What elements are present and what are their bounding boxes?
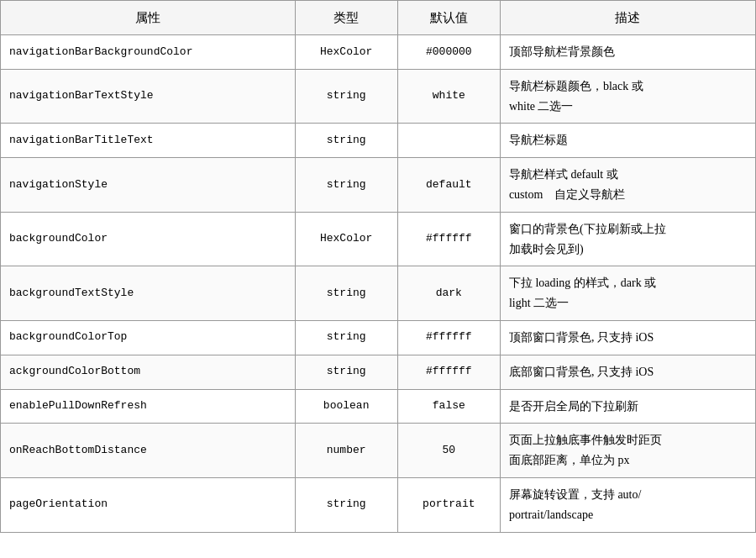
desc-cell: 屏幕旋转设置，支持 auto/portrait/landscape — [500, 477, 755, 532]
default-cell: #ffffff — [397, 320, 500, 355]
default-cell: dark — [397, 266, 500, 321]
attr-name-cell: navigationStyle — [1, 158, 296, 213]
attr-name-cell: navigationBarTitleText — [1, 124, 296, 158]
default-cell: 50 — [397, 424, 500, 478]
default-cell: #ffffff — [397, 212, 500, 266]
table-container: 属性 类型 默认值 描述 navigationBarBackgroundColo… — [0, 0, 756, 533]
type-cell: string — [295, 355, 397, 389]
attr-name-cell: backgroundColorTop — [1, 320, 296, 355]
default-cell: #ffffff — [397, 355, 500, 389]
type-cell: number — [295, 424, 397, 478]
table-row: navigationBarBackgroundColorHexColor#000… — [1, 35, 756, 70]
type-cell: string — [295, 69, 397, 124]
table-row: navigationBarTextStylestringwhite导航栏标题颜色… — [1, 69, 756, 124]
default-cell — [397, 124, 500, 158]
desc-cell: 页面上拉触底事件触发时距页面底部距离，单位为 px — [500, 424, 755, 478]
table-header-row: 属性 类型 默认值 描述 — [1, 1, 756, 35]
header-attr: 属性 — [1, 1, 296, 35]
table-row: backgroundColorTopstring#ffffff顶部窗口背景色, … — [1, 320, 756, 355]
type-cell: HexColor — [295, 212, 397, 266]
table-row: backgroundColorHexColor#ffffff窗口的背景色(下拉刷… — [1, 212, 756, 266]
attr-name-cell: backgroundColor — [1, 212, 296, 266]
type-cell: string — [295, 124, 397, 158]
desc-cell: 是否开启全局的下拉刷新 — [500, 389, 755, 424]
type-cell: HexColor — [295, 35, 397, 70]
type-cell: string — [295, 266, 397, 321]
type-cell: string — [295, 158, 397, 213]
table-row: backgroundTextStylestringdark下拉 loading … — [1, 266, 756, 321]
desc-cell: 下拉 loading 的样式，dark 或light 二选一 — [500, 266, 755, 321]
header-default: 默认值 — [397, 1, 500, 35]
desc-cell: 导航栏标题 — [500, 124, 755, 158]
properties-table: 属性 类型 默认值 描述 navigationBarBackgroundColo… — [0, 0, 756, 533]
attr-name-cell: ackgroundColorBottom — [1, 355, 296, 389]
attr-name-cell: pageOrientation — [1, 477, 296, 532]
header-desc: 描述 — [500, 1, 755, 35]
table-row: navigationStylestringdefault导航栏样式 defaul… — [1, 158, 756, 213]
default-cell: false — [397, 389, 500, 424]
default-cell: portrait — [397, 477, 500, 532]
desc-cell: 导航栏标题颜色，black 或white 二选一 — [500, 69, 755, 124]
desc-cell: 底部窗口背景色, 只支持 iOS — [500, 355, 755, 389]
type-cell: string — [295, 477, 397, 532]
type-cell: string — [295, 320, 397, 355]
default-cell: white — [397, 69, 500, 124]
attr-name-cell: backgroundTextStyle — [1, 266, 296, 321]
desc-cell: 顶部导航栏背景颜色 — [500, 35, 755, 70]
desc-cell: 导航栏样式 default 或custom 自定义导航栏 — [500, 158, 755, 213]
header-type: 类型 — [295, 1, 397, 35]
table-row: pageOrientationstringportrait屏幕旋转设置，支持 a… — [1, 477, 756, 532]
default-cell: #000000 — [397, 35, 500, 70]
attr-name-cell: onReachBottomDistance — [1, 424, 296, 478]
desc-cell: 顶部窗口背景色, 只支持 iOS — [500, 320, 755, 355]
table-row: onReachBottomDistancenumber50页面上拉触底事件触发时… — [1, 424, 756, 478]
default-cell: default — [397, 158, 500, 213]
type-cell: boolean — [295, 389, 397, 424]
attr-name-cell: enablePullDownRefresh — [1, 389, 296, 424]
table-row: navigationBarTitleTextstring导航栏标题 — [1, 124, 756, 158]
table-row: enablePullDownRefreshbooleanfalse是否开启全局的… — [1, 389, 756, 424]
desc-cell: 窗口的背景色(下拉刷新或上拉加载时会见到) — [500, 212, 755, 266]
table-row: ackgroundColorBottomstring#ffffff底部窗口背景色… — [1, 355, 756, 389]
attr-name-cell: navigationBarBackgroundColor — [1, 35, 296, 70]
attr-name-cell: navigationBarTextStyle — [1, 69, 296, 124]
